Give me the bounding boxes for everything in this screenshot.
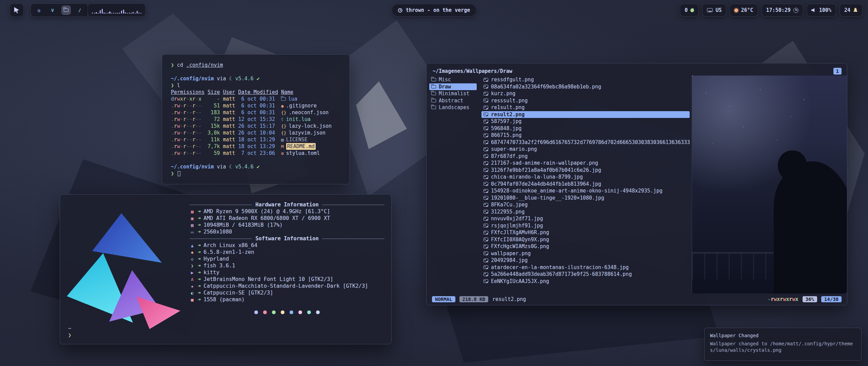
- visualizer-bar: [131, 13, 132, 14]
- file-item[interactable]: 5a266e448add93deab367d87173e9f25-6837886…: [481, 271, 690, 278]
- file-item[interactable]: 0c794faf07de24a4db4d4fb1eb813964.jpg: [481, 181, 690, 188]
- file-item[interactable]: nnvuv0xj2df71.jpg: [481, 215, 690, 222]
- file-manager-window[interactable]: ~/Imagenes/Wallpapers/Draw 1 MiscDrawMin…: [426, 63, 847, 305]
- file-item[interactable]: 596848.jpg: [481, 125, 690, 132]
- cursor-arrow-icon: [14, 7, 20, 14]
- theme-icon: ★: [190, 284, 195, 288]
- temperature-value: 26°C: [741, 7, 753, 13]
- visualizer-bar: [115, 13, 116, 14]
- workspace-spiral[interactable]: ◎: [34, 5, 44, 15]
- file-item[interactable]: atardecer-en-la-montanas-ilustracion-634…: [481, 264, 690, 271]
- ls-row: .rw-r--r--3,0kmatt26 oct 10:04{}lazyvim.…: [171, 129, 341, 136]
- launcher-button[interactable]: [9, 3, 24, 17]
- visualizer-bar: [98, 13, 99, 14]
- terminal-window-nvim-config[interactable]: ❯ cd .config/nvim ~/.config/nvim via ☾ v…: [162, 54, 350, 184]
- visualizer-bar: [100, 10, 101, 14]
- image-preview-pane: [692, 76, 847, 293]
- workspace-brush[interactable]: ∕: [75, 5, 84, 15]
- terminal-color-palette: [190, 310, 384, 314]
- file-item[interactable]: resssult.png: [481, 97, 690, 104]
- memory-icon: ▤: [190, 223, 195, 227]
- clock-module[interactable]: 17:50:29: [762, 4, 803, 17]
- font-icon: A: [190, 277, 195, 282]
- shell-prompt: ❯: [68, 332, 71, 339]
- status-circle-icon: [398, 8, 402, 13]
- file-item[interactable]: 08a634fa02a32364f69ebc86a98eb1eb.png: [481, 83, 690, 90]
- visualizer-bar: [102, 9, 103, 14]
- active-window-title-module[interactable]: thrown - on the verge: [392, 4, 477, 17]
- file-item[interactable]: 8FKa7Cu.jpeg: [481, 201, 690, 208]
- updates-module[interactable]: 0: [680, 4, 699, 17]
- workspace-folder[interactable]: [61, 5, 71, 15]
- image-icon: [484, 99, 488, 102]
- tab-badge[interactable]: 1: [833, 68, 842, 75]
- file-item[interactable]: re1sult.png: [481, 104, 690, 111]
- memory-info-line: ▤➜10948MiB / 64183MiB (17%): [190, 222, 384, 228]
- image-icon: [484, 134, 488, 137]
- file-item[interactable]: super-mario.png: [481, 146, 690, 153]
- visualizer-bar: [96, 12, 97, 14]
- image-icon: [484, 147, 488, 151]
- file-item[interactable]: 3122955.png: [481, 208, 690, 216]
- visualizer-bar: [105, 13, 106, 14]
- spiral-icon: ◎: [38, 8, 40, 13]
- file-item[interactable]: 19201080-__blue-tinge__-1920×1080.jpg: [481, 195, 690, 202]
- visualizer-bar: [103, 13, 104, 14]
- topbar-right-cluster: 0 US 26°C 17:50:29 100% 24: [680, 4, 863, 17]
- file-item[interactable]: kurz.png: [481, 90, 690, 97]
- file-item[interactable]: result2.png: [481, 111, 690, 118]
- notification-title: Wallpaper Changed: [710, 332, 856, 339]
- file-item[interactable]: 20492984.jpg: [481, 257, 690, 264]
- image-icon: [484, 238, 488, 241]
- keyboard-layout-module[interactable]: US: [702, 4, 726, 17]
- terminal-command-line: ❯ l: [171, 82, 341, 89]
- file-item[interactable]: 68747470733a2f2f696d616765732d7769786d70…: [481, 139, 690, 146]
- file-item[interactable]: chica-mirando-la-luna-8799.jpg: [481, 174, 690, 181]
- workspace-v[interactable]: V: [48, 5, 57, 15]
- file-item[interactable]: 154928-odinokoe_anime-art-anime-okno-sin…: [481, 187, 690, 195]
- visualizer-bar: [92, 13, 93, 14]
- visualizer-bar: [123, 9, 124, 14]
- file-item[interactable]: FXfcHgcWIAMzs0G.png: [481, 243, 690, 250]
- notification-popup[interactable]: Wallpaper Changed Wallpaper changed to /…: [704, 328, 862, 361]
- temperature-module[interactable]: 26°C: [730, 4, 758, 17]
- folder-item-misc[interactable]: Misc: [429, 76, 477, 83]
- scroll-percent-badge: 36%: [803, 296, 817, 302]
- file-item[interactable]: wallpaper.png: [481, 250, 690, 257]
- file-item[interactable]: EeNKYgIUcAAJ5JX.png: [481, 278, 690, 285]
- file-item[interactable]: FXfcII0X0AQyn9X.png: [481, 236, 690, 243]
- folder-item-minimalist[interactable]: Minimalist: [429, 90, 477, 97]
- folder-item-landscapes[interactable]: Landscapes: [429, 104, 477, 111]
- file-manager-body: MiscDrawMinimalistAbstractLandscapes res…: [427, 76, 847, 293]
- file-item[interactable]: 587597.jpg: [481, 118, 690, 125]
- image-icon: [484, 224, 488, 227]
- notifications-module[interactable]: 24: [840, 4, 863, 17]
- folder-item-draw[interactable]: Draw: [429, 83, 477, 90]
- volume-module[interactable]: 100%: [807, 4, 836, 17]
- ls-row: .rw-r--r--15kmatt26 oct 15:17{}lazy-lock…: [171, 123, 341, 129]
- file-item[interactable]: 3126f7e9bbf21a8a4af0b67b041c6e26.jpg: [481, 167, 690, 174]
- file-item[interactable]: ressdfgult.png: [481, 76, 690, 83]
- check-icon: ✔: [257, 76, 260, 82]
- file-item[interactable]: 217167-sad-anime-rain-wallpaper.png: [481, 160, 690, 167]
- json-icon: {}: [281, 124, 287, 128]
- file-item[interactable]: rsjqojlmjhf91.jpg: [481, 222, 690, 229]
- file-item[interactable]: FXfcJlTXgAMvH6R.png: [481, 229, 690, 236]
- folder-icon: [431, 85, 436, 88]
- workspaces-module[interactable]: ◎V∕: [31, 3, 88, 17]
- visualizer-module[interactable]: [87, 3, 146, 17]
- cwd-tilde: ~: [68, 325, 71, 332]
- moon-icon: ☾: [281, 117, 284, 122]
- folder-icon: [431, 92, 436, 95]
- icons-info-line: ◐➜Catppuccin-SE [GTK2/3]: [190, 289, 384, 296]
- visualizer-bar: [119, 13, 120, 14]
- file-item[interactable]: 866715.png: [481, 132, 690, 139]
- folder-item-abstract[interactable]: Abstract: [429, 97, 477, 104]
- fetch-prompt[interactable]: ~ ❯: [68, 325, 71, 339]
- terminal-input-line[interactable]: ❯: [171, 170, 341, 177]
- image-icon: [484, 85, 488, 88]
- terminal-window-fastfetch[interactable]: Hardware Information ▦➜AMD Ryzen 9 5900X…: [60, 194, 392, 344]
- file-item[interactable]: 87r687df.png: [481, 153, 690, 160]
- image-icon: [484, 182, 488, 186]
- image-icon: [484, 217, 488, 221]
